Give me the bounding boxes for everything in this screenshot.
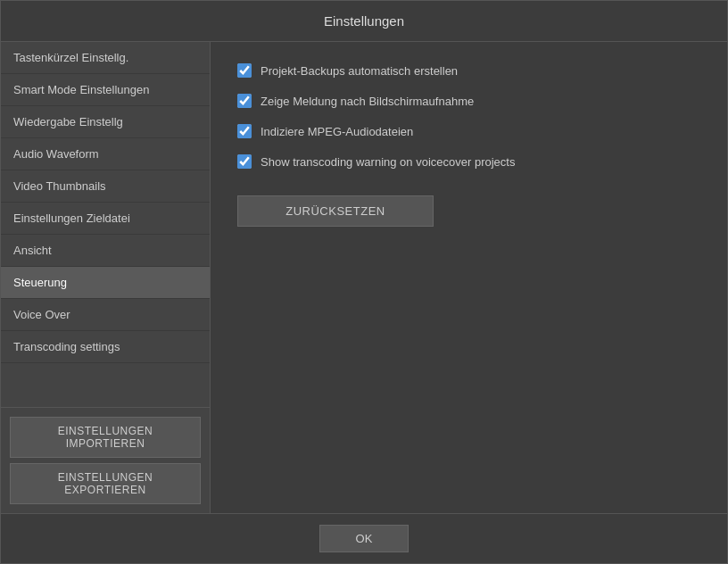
dialog-footer: OK bbox=[1, 513, 727, 563]
sidebar-item-smart-mode[interactable]: Smart Mode Einstellungen bbox=[1, 74, 210, 106]
checkbox-row-backup: Projekt-Backups automatisch erstellen bbox=[237, 60, 700, 81]
sidebar-item-wiedergabe[interactable]: Wiedergabe Einstellg bbox=[1, 106, 210, 138]
checkbox-label-transcoding: Show transcoding warning on voicecover p… bbox=[261, 155, 515, 169]
checkbox-transcoding[interactable] bbox=[237, 154, 252, 169]
ok-button[interactable]: OK bbox=[319, 525, 410, 552]
sidebar-item-audio-waveform[interactable]: Audio Waveform bbox=[1, 138, 210, 170]
sidebar-item-transcoding-settings[interactable]: Transcoding settings bbox=[1, 331, 210, 363]
dialog-body: Tastenkürzel Einstellg.Smart Mode Einste… bbox=[1, 42, 727, 513]
checkbox-row-meldung: Zeige Meldung nach Bildschirmaufnahme bbox=[237, 90, 700, 112]
checkbox-meldung[interactable] bbox=[237, 94, 252, 108]
checkbox-label-backup: Projekt-Backups automatisch erstellen bbox=[261, 64, 458, 78]
sidebar-item-ansicht[interactable]: Ansicht bbox=[1, 235, 210, 267]
settings-dialog: Einstellungen Tastenkürzel Einstellg.Sma… bbox=[0, 0, 728, 564]
sidebar-item-voice-over[interactable]: Voice Over bbox=[1, 299, 210, 331]
sidebar-item-video-thumbnails[interactable]: Video Thumbnails bbox=[1, 170, 210, 203]
checkbox-row-mpeg: Indiziere MPEG-Audiodateien bbox=[237, 120, 700, 142]
checkbox-mpeg[interactable] bbox=[237, 124, 252, 138]
sidebar-footer: EINSTELLUNGEN IMPORTIEREN EINSTELLUNGEN … bbox=[1, 407, 210, 513]
checkbox-row-transcoding: Show transcoding warning on voicecover p… bbox=[237, 151, 700, 172]
export-settings-button[interactable]: EINSTELLUNGEN EXPORTIEREN bbox=[10, 463, 201, 504]
checkbox-label-meldung: Zeige Meldung nach Bildschirmaufnahme bbox=[261, 95, 474, 108]
checkbox-label-mpeg: Indiziere MPEG-Audiodateien bbox=[261, 125, 413, 138]
sidebar-items: Tastenkürzel Einstellg.Smart Mode Einste… bbox=[1, 42, 210, 407]
checkbox-backup[interactable] bbox=[237, 63, 252, 78]
sidebar: Tastenkürzel Einstellg.Smart Mode Einste… bbox=[1, 42, 211, 513]
sidebar-item-tastenkurzel[interactable]: Tastenkürzel Einstellg. bbox=[1, 42, 210, 74]
sidebar-item-einstellungen-zieldatei[interactable]: Einstellungen Zieldatei bbox=[1, 203, 210, 235]
sidebar-item-steuerung[interactable]: Steuerung bbox=[1, 267, 210, 299]
main-content: Projekt-Backups automatisch erstellenZei… bbox=[211, 42, 727, 513]
reset-button[interactable]: ZURÜCKSETZEN bbox=[237, 195, 434, 227]
import-settings-button[interactable]: EINSTELLUNGEN IMPORTIEREN bbox=[10, 417, 201, 458]
dialog-title: Einstellungen bbox=[1, 1, 727, 42]
